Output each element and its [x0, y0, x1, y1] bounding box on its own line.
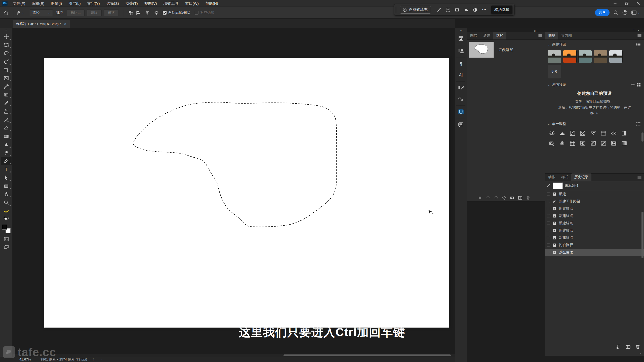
brush-action-icon[interactable] — [434, 6, 444, 14]
tab-adjustments[interactable]: 调整 — [545, 32, 558, 39]
lasso-tool[interactable] — [1, 49, 12, 57]
horizontal-scrollbar[interactable] — [13, 354, 455, 357]
preset-thumbnail-5[interactable] — [609, 50, 623, 63]
minimize-button[interactable] — [609, 0, 621, 7]
your-presets-header[interactable]: ⌄ 您的预设 — [545, 80, 644, 88]
black-white-icon[interactable] — [619, 128, 629, 138]
gradient-tool[interactable] — [1, 132, 12, 140]
tab-history[interactable]: 历史记录 — [571, 173, 591, 181]
collapse-group-icon[interactable]: « — [534, 29, 536, 33]
close-panel-icon[interactable]: ✕ — [637, 29, 640, 32]
delete-path-icon[interactable] — [526, 195, 531, 201]
new-snapshot-camera-icon[interactable] — [626, 344, 631, 349]
work-path-thumbnail[interactable] — [469, 42, 494, 58]
list-view-icon[interactable] — [636, 42, 641, 47]
tab-actions[interactable]: 动作 — [545, 173, 558, 181]
menu-file[interactable]: 文件(F) — [10, 0, 28, 7]
share-button[interactable]: 共享 — [595, 9, 610, 16]
threshold-icon[interactable] — [598, 138, 609, 148]
move-tool[interactable] — [1, 32, 12, 41]
path-arrangement-icon[interactable] — [144, 9, 152, 17]
close-tab-icon[interactable]: ✕ — [64, 22, 67, 26]
history-snapshot-row[interactable]: 未标题-1 — [545, 181, 644, 190]
add-mask-icon[interactable] — [453, 6, 462, 14]
paragraph-panel-icon[interactable]: ¶ — [455, 59, 467, 70]
plugin-panel-icon[interactable] — [455, 106, 467, 117]
eyedropper-tool[interactable] — [1, 82, 12, 90]
marquee-tool[interactable] — [1, 41, 12, 49]
mixer-brush-tool[interactable] — [1, 115, 12, 124]
menu-view[interactable]: 视图(V) — [141, 0, 160, 7]
color-lookup-icon[interactable] — [567, 138, 578, 148]
search-icon[interactable] — [613, 10, 619, 15]
close-button[interactable] — [632, 0, 644, 7]
expand-dock-icon[interactable]: » — [455, 28, 467, 33]
vibrance-icon[interactable] — [588, 128, 598, 138]
load-path-as-selection-icon[interactable] — [493, 195, 499, 201]
history-entry[interactable]: 新建工作路径 — [545, 198, 644, 205]
brush-tool[interactable] — [1, 99, 12, 107]
toolbar-grip-icon[interactable]: •• — [5, 29, 8, 32]
history-entry[interactable]: 新建 — [545, 190, 644, 198]
history-source-well[interactable] — [547, 243, 550, 247]
hand-tool[interactable] — [1, 190, 12, 198]
history-brush-source-icon[interactable] — [546, 184, 551, 188]
status-chevron-icon[interactable]: 〉 — [93, 357, 96, 362]
panel-bottom-chevron-icon[interactable]: ⌄ — [639, 351, 642, 355]
brightness-contrast-icon[interactable] — [547, 128, 557, 138]
make-work-path-icon[interactable] — [501, 195, 507, 201]
healing-patch-tool[interactable] — [1, 90, 12, 99]
zoom-tool[interactable] — [1, 198, 12, 207]
history-source-well[interactable] — [547, 192, 550, 196]
path-selection-tool[interactable] — [1, 173, 12, 182]
photoshop-logo[interactable]: Ps — [2, 1, 8, 6]
generative-fill-button[interactable]: 创成式填充 — [400, 6, 431, 14]
contrast-adjust-icon[interactable] — [471, 6, 480, 14]
history-entry[interactable]: 新建锚点 — [545, 219, 644, 227]
brush-settings-panel-icon[interactable] — [455, 82, 467, 94]
single-adjustments-header[interactable]: ⌄ 单一调整 — [545, 119, 644, 128]
menu-image[interactable]: 图像(I) — [48, 0, 65, 7]
fill-path-icon[interactable] — [477, 195, 483, 201]
menu-edit[interactable]: 编辑(E) — [28, 0, 48, 7]
history-source-well[interactable] — [547, 229, 550, 232]
delete-state-trash-icon[interactable] — [635, 344, 640, 349]
panel-scrollbar-thumb[interactable] — [641, 212, 643, 258]
menu-layer[interactable]: 图层(L) — [65, 0, 84, 7]
invert-icon[interactable] — [578, 138, 588, 148]
preset-thumbnail-2[interactable] — [563, 50, 577, 63]
history-source-well[interactable] — [547, 207, 550, 210]
character-panel-icon[interactable]: A| — [455, 70, 467, 81]
curves-icon[interactable] — [567, 128, 578, 138]
foreground-color-swatch[interactable] — [2, 225, 7, 230]
history-source-well[interactable] — [547, 236, 550, 239]
history-entry[interactable]: 新建锚点 — [545, 227, 644, 234]
brushes-panel-icon[interactable] — [455, 94, 467, 105]
history-source-well[interactable] — [547, 214, 550, 217]
panel-menu-icon[interactable] — [637, 175, 642, 179]
tab-styles[interactable]: 样式 — [558, 173, 571, 181]
tab-histogram[interactable]: 直方图 — [558, 32, 575, 39]
posterize-icon[interactable] — [588, 138, 598, 148]
gear-icon[interactable] — [152, 9, 161, 17]
list-view-icon[interactable] — [636, 122, 641, 126]
dodge-burn-tool[interactable] — [1, 149, 12, 157]
libraries-panel-icon[interactable] — [455, 33, 467, 44]
fill-bucket-icon[interactable] — [462, 6, 471, 14]
history-source-well[interactable] — [547, 221, 550, 225]
document-tab[interactable]: 未标题-1 @ 41.7%(RGB/8#) * ✕ — [13, 20, 70, 28]
preset-thumbnail-1[interactable] — [548, 50, 561, 63]
more-options-icon[interactable]: ••• — [480, 6, 489, 14]
history-entry[interactable]: 新建锚点 — [545, 212, 644, 219]
tab-paths[interactable]: 路径 — [493, 32, 506, 39]
deselect-button[interactable]: 取消选择 — [491, 6, 512, 14]
work-path-row[interactable]: 工作路径 — [467, 40, 545, 60]
panel-menu-icon[interactable] — [637, 34, 642, 37]
hue-saturation-icon[interactable] — [598, 128, 609, 138]
drag-grip-icon[interactable] — [396, 7, 397, 13]
menu-filter[interactable]: 滤镜(T) — [122, 0, 141, 7]
menu-help[interactable]: 帮助(H) — [202, 0, 221, 7]
tab-layers[interactable]: 图层 — [467, 32, 480, 39]
make-mask-button[interactable]: 蒙版 — [87, 9, 102, 16]
transform-selection-icon[interactable] — [444, 6, 453, 14]
